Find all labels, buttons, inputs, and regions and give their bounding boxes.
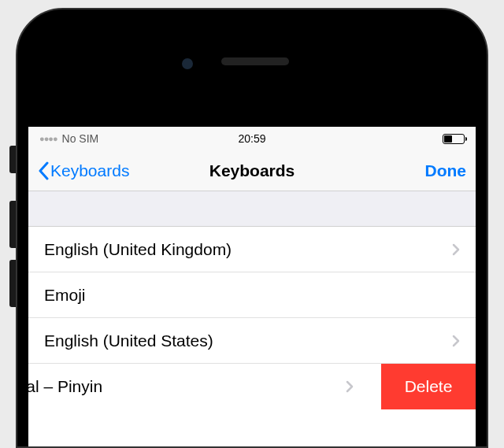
phone-bezel: ●●●● No SIM 20:59 Keyboards Keyboa: [28, 20, 476, 446]
keyboard-label: , Traditional – Pinyin: [28, 377, 346, 396]
page-title: Keyboards: [209, 161, 295, 180]
keyboard-row-swiped[interactable]: , Traditional – Pinyin Delete: [28, 364, 476, 409]
keyboard-row-english-uk[interactable]: English (United Kingdom): [28, 227, 476, 272]
keyboard-row-emoji[interactable]: Emoji: [28, 272, 476, 318]
back-label: Keyboards: [50, 161, 129, 180]
status-bar: ●●●● No SIM 20:59: [28, 127, 476, 150]
keyboard-row-english-us[interactable]: English (United States): [28, 318, 476, 364]
battery-icon: [443, 134, 465, 144]
mute-switch[interactable]: [9, 146, 16, 173]
delete-button[interactable]: Delete: [381, 364, 476, 409]
speaker-grille: [221, 57, 289, 65]
navigation-bar: Keyboards Keyboards Done: [28, 150, 476, 191]
status-left: ●●●● No SIM: [39, 132, 98, 145]
front-camera: [182, 58, 193, 69]
keyboard-label: Emoji: [44, 286, 460, 305]
keyboard-label: English (United Kingdom): [44, 240, 452, 259]
section-spacer: [28, 191, 476, 227]
done-button[interactable]: Done: [425, 161, 467, 180]
screen: ●●●● No SIM 20:59 Keyboards Keyboa: [28, 127, 476, 446]
phone-frame: ●●●● No SIM 20:59 Keyboards Keyboa: [16, 8, 488, 448]
chevron-right-icon: [452, 243, 460, 256]
keyboard-row-content[interactable]: , Traditional – Pinyin: [28, 364, 369, 409]
clock: 20:59: [238, 132, 265, 145]
chevron-right-icon: [346, 380, 354, 393]
chevron-left-icon: [38, 161, 49, 180]
volume-down-button[interactable]: [9, 260, 16, 307]
status-right: [443, 134, 465, 144]
signal-dots-icon: ●●●●: [39, 134, 57, 143]
volume-up-button[interactable]: [9, 201, 16, 248]
carrier-label: No SIM: [62, 132, 99, 145]
back-button[interactable]: Keyboards: [38, 161, 129, 180]
battery-fill: [444, 135, 452, 143]
keyboard-label: English (United States): [44, 331, 452, 350]
chevron-right-icon: [452, 335, 460, 347]
